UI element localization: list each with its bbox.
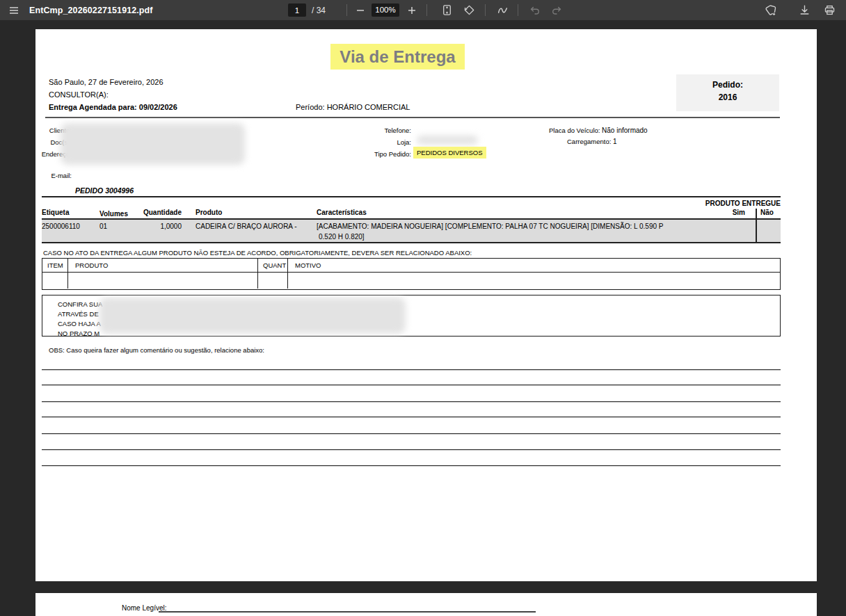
order-number-box: Pedido: 2016 xyxy=(676,74,779,111)
telefone-label: Telefone: xyxy=(342,127,411,134)
mismatch-col-produto: PRODUTO xyxy=(68,259,258,272)
cell-caracteristicas-2: 0.520 H 0.820] xyxy=(319,233,365,241)
zoom-level-value[interactable]: 100% xyxy=(372,3,399,17)
col-produto: Produto xyxy=(195,209,222,216)
order-number: 2016 xyxy=(676,92,779,102)
page-title: Via de Entrega xyxy=(330,44,465,70)
toolbar-divider xyxy=(485,4,486,16)
col-volumes: Volumes xyxy=(99,210,128,218)
order-label: Pedido: xyxy=(676,80,779,90)
cell-volumes: 01 xyxy=(99,222,107,230)
city-date: São Paulo, 27 de Fevereiro, 2026 xyxy=(49,78,163,86)
placa-label: Placa do Veículo: xyxy=(549,127,600,134)
col-sim: Sim xyxy=(717,209,745,216)
cell-etiqueta: 2500006110 xyxy=(42,222,80,230)
col-nao: Não xyxy=(760,209,774,216)
undo-icon[interactable] xyxy=(526,2,543,19)
zoom-out-icon[interactable] xyxy=(352,2,369,19)
pdf-viewer: EntCmp_20260227151912.pdf / 34 100% xyxy=(0,0,846,616)
product-row: 2500006110 01 1,0000 CADEIRA C/ BRAÇO AU… xyxy=(42,220,781,242)
delivered-header: PRODUTO ENTREGUE xyxy=(662,200,781,207)
toolbar-divider xyxy=(518,4,518,16)
pdf-toolbar: EntCmp_20260227151912.pdf / 34 100% xyxy=(0,0,846,20)
document-filename: EntCmp_20260227151912.pdf xyxy=(29,6,153,15)
carregamento-label: Carregamento: xyxy=(567,138,611,145)
carregamento-value: 1 xyxy=(613,138,617,145)
mismatch-col-item: ITEM xyxy=(42,259,68,272)
writing-line xyxy=(42,449,781,451)
placa-row: Placa do Veículo: Não informado xyxy=(549,127,648,134)
notice-box: CONFIRA SUA ATRAVÉS DE CASO HAJA A NO PR… xyxy=(42,295,781,337)
rotate-icon[interactable] xyxy=(461,2,477,19)
menu-icon[interactable] xyxy=(6,2,22,19)
redacted-client-info xyxy=(61,123,245,165)
tipo-pedido-value: PEDIDOS DIVERSOS xyxy=(413,147,486,159)
cell-caracteristicas-1: [ACABAMENTO: MADEIRA NOGUEIRA] [COMPLEME… xyxy=(317,222,663,230)
toolbar-divider xyxy=(426,4,427,16)
col-caracteristicas: Características xyxy=(317,209,367,216)
consultant-label: CONSULTOR(A): xyxy=(49,90,109,99)
obs-instruction: OBS: Caso queira fazer algum comentário … xyxy=(49,346,264,354)
scheduled-delivery: Entrega Agendada para: 09/02/2026 xyxy=(49,103,177,111)
loja-label: Loja: xyxy=(342,138,411,146)
draw-icon[interactable] xyxy=(494,2,511,19)
pdf-page-2: Nome Legível: xyxy=(35,593,817,616)
writing-line xyxy=(42,465,781,467)
tipo-pedido-label: Tipo Pedido: xyxy=(342,150,411,158)
col-etiqueta: Etiqueta xyxy=(42,209,69,216)
print-icon[interactable] xyxy=(821,2,838,19)
toolbar-divider xyxy=(346,4,347,16)
col-quantidade: Quantidade xyxy=(138,209,182,216)
mismatch-col-quant: QUANT xyxy=(258,259,288,272)
header-divider xyxy=(45,117,780,118)
cell-quantidade: 1,0000 xyxy=(138,222,182,230)
mismatch-table: ITEM PRODUTO QUANT MOTIVO xyxy=(42,258,781,290)
fit-to-page-icon[interactable] xyxy=(438,2,455,19)
pdf-page-1: Via de Entrega São Paulo, 27 de Fevereir… xyxy=(35,29,817,581)
writing-line xyxy=(42,416,781,418)
product-table-top-border xyxy=(42,196,781,197)
product-table-bottom-border xyxy=(42,242,781,243)
redacted-store xyxy=(417,136,478,145)
mismatch-empty-row xyxy=(42,273,780,289)
placa-value: Não informado xyxy=(602,127,648,134)
writing-line xyxy=(42,384,781,386)
page-number-input[interactable] xyxy=(288,3,306,17)
redo-icon[interactable] xyxy=(548,2,565,19)
writing-line xyxy=(42,433,781,435)
mismatch-col-motivo: MOTIVO xyxy=(288,259,780,272)
download-icon[interactable] xyxy=(796,2,813,19)
collections-add-icon[interactable] xyxy=(763,2,779,19)
period: Período: HORÁRIO COMERCIAL xyxy=(296,103,410,111)
carregamento-row: Carregamento: 1 xyxy=(567,138,617,145)
sim-nao-divider xyxy=(756,209,757,242)
page-count-label: / 34 xyxy=(312,6,326,15)
mismatch-instruction: CASO NO ATO DA ENTREGA ALGUM PRODUTO NÃO… xyxy=(43,249,472,257)
redacted-notice-text xyxy=(99,298,406,334)
cell-produto: CADEIRA C/ BRAÇO AURORA - xyxy=(195,222,297,230)
email-label: E-mail: xyxy=(35,172,72,179)
order-title: PEDIDO 3004996 xyxy=(75,186,134,195)
writing-line xyxy=(42,369,781,371)
signature-line xyxy=(159,611,536,613)
writing-line xyxy=(42,401,781,403)
zoom-in-icon[interactable] xyxy=(404,2,420,19)
